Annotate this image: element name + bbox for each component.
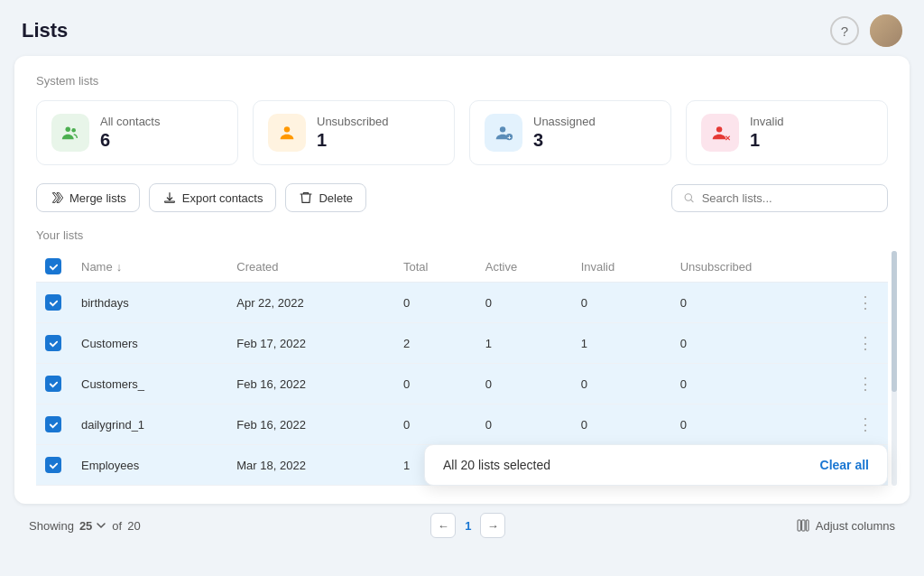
- row-unsubscribed: 0: [671, 404, 843, 445]
- search-box[interactable]: [671, 184, 888, 212]
- row-menu-button[interactable]: ⋮: [852, 332, 879, 354]
- row-menu-button[interactable]: ⋮: [852, 292, 879, 313]
- toolbar: Merge lists Export contacts Delete: [36, 183, 888, 212]
- row-name: Customers: [72, 323, 227, 364]
- unassigned-count: 3: [533, 130, 596, 151]
- adjust-columns-button[interactable]: Adjust columns: [796, 518, 895, 533]
- row-checkbox[interactable]: [45, 457, 61, 473]
- row-checkbox-cell: [36, 404, 72, 445]
- export-contacts-button[interactable]: Export contacts: [149, 183, 277, 212]
- delete-button[interactable]: Delete: [285, 183, 366, 212]
- svg-point-6: [716, 126, 722, 132]
- row-unsubscribed: 0: [671, 323, 843, 364]
- search-input[interactable]: [702, 191, 876, 205]
- row-active: 0: [476, 404, 572, 445]
- select-all-header[interactable]: [36, 251, 72, 283]
- row-active: 0: [476, 283, 572, 323]
- scrollbar-thumb: [892, 251, 897, 392]
- table-container: Name ↓ Created Total Active Invalid: [36, 251, 888, 486]
- row-checkbox[interactable]: [45, 294, 61, 311]
- per-page-value: 25: [79, 519, 92, 533]
- table-row: Customers_ Feb 16, 2022 0 0 0 0 ⋮: [36, 364, 888, 404]
- row-checkbox[interactable]: [45, 376, 61, 392]
- row-actions: ⋮: [843, 323, 888, 364]
- row-created: Feb 17, 2022: [227, 323, 394, 364]
- columns-icon: [796, 518, 810, 533]
- name-column-header[interactable]: Name ↓: [72, 251, 227, 283]
- merge-lists-button[interactable]: Merge lists: [36, 183, 140, 212]
- row-invalid: 0: [572, 404, 671, 445]
- row-unsubscribed: 0: [671, 364, 843, 404]
- invalid-column-header[interactable]: Invalid: [572, 251, 671, 283]
- select-all-checkbox[interactable]: [45, 258, 61, 274]
- svg-rect-10: [801, 520, 804, 531]
- svg-rect-9: [798, 520, 800, 531]
- row-created: Mar 18, 2022: [227, 445, 394, 486]
- scrollbar[interactable]: [892, 251, 897, 486]
- check-icon: [49, 379, 59, 389]
- svg-text:✕: ✕: [725, 135, 730, 143]
- avatar[interactable]: [870, 14, 902, 47]
- active-column-header[interactable]: Active: [476, 251, 572, 283]
- row-name: Customers_: [72, 364, 227, 404]
- row-name: Employees: [72, 445, 227, 486]
- avatar-image: [870, 14, 902, 47]
- delete-label: Delete: [319, 191, 353, 205]
- row-created: Feb 16, 2022: [227, 404, 394, 445]
- created-column-header[interactable]: Created: [227, 251, 394, 283]
- system-card-unsubscribed[interactable]: Unsubscribed 1: [253, 100, 455, 165]
- row-created: Feb 16, 2022: [227, 364, 394, 404]
- showing-info: Showing 25 of 20: [29, 519, 141, 533]
- row-checkbox-cell: [36, 364, 72, 404]
- check-icon: [49, 460, 59, 470]
- row-menu-button[interactable]: ⋮: [852, 373, 879, 395]
- per-page-select[interactable]: 25: [79, 519, 106, 533]
- check-icon: [49, 298, 59, 308]
- total-column-header[interactable]: Total: [394, 251, 476, 283]
- system-card-all-contacts[interactable]: All contacts 6: [36, 100, 238, 165]
- page-header: Lists ?: [0, 0, 924, 56]
- export-label: Export contacts: [182, 191, 263, 205]
- all-contacts-icon: [51, 114, 89, 152]
- total-count: 20: [127, 519, 140, 533]
- row-total: 2: [394, 323, 476, 364]
- svg-text:+: +: [507, 134, 511, 142]
- check-icon: [49, 262, 59, 272]
- unsubscribed-icon: [268, 114, 306, 152]
- row-menu-button[interactable]: ⋮: [852, 413, 879, 435]
- row-name: dailygrind_1: [72, 404, 227, 445]
- showing-label: Showing: [29, 519, 74, 533]
- all-contacts-name: All contacts: [100, 115, 160, 128]
- system-card-invalid[interactable]: ✕ Invalid 1: [686, 100, 888, 165]
- table-row: Customers Feb 17, 2022 2 1 1 0 ⋮: [36, 323, 888, 364]
- merge-icon: [50, 190, 64, 205]
- unassigned-icon: +: [485, 114, 522, 152]
- chevron-down-icon: [96, 520, 106, 531]
- help-button[interactable]: ?: [830, 16, 859, 45]
- invalid-icon: ✕: [701, 114, 739, 152]
- row-total: 0: [394, 404, 476, 445]
- prev-page-button[interactable]: ←: [430, 513, 456, 538]
- unsubscribed-column-header[interactable]: Unsubscribed: [671, 251, 843, 283]
- actions-column-header: [843, 251, 888, 283]
- row-checkbox-cell: [36, 445, 72, 486]
- merge-label: Merge lists: [69, 191, 126, 205]
- export-icon: [162, 190, 177, 205]
- next-page-button[interactable]: →: [480, 513, 505, 538]
- svg-point-3: [500, 126, 505, 132]
- row-unsubscribed: 0: [671, 283, 843, 323]
- header-actions: ?: [830, 14, 902, 47]
- clear-all-button[interactable]: Clear all: [820, 458, 869, 472]
- svg-point-0: [66, 127, 71, 133]
- row-actions: ⋮: [843, 404, 888, 445]
- system-card-unassigned[interactable]: + Unassigned 3: [469, 100, 671, 165]
- row-actions: ⋮: [843, 364, 888, 404]
- footer: Showing 25 of 20 ← 1 → Adjust columns: [14, 504, 910, 547]
- table-header-row: Name ↓ Created Total Active Invalid: [36, 251, 888, 283]
- table-row: birthdays Apr 22, 2022 0 0 0 0 ⋮: [36, 283, 888, 323]
- row-checkbox[interactable]: [45, 335, 61, 351]
- selection-bar: All 20 lists selected Clear all: [424, 444, 888, 486]
- row-active: 1: [476, 323, 572, 364]
- row-checkbox[interactable]: [45, 416, 61, 432]
- system-cards: All contacts 6 Unsubscribed 1: [36, 100, 888, 165]
